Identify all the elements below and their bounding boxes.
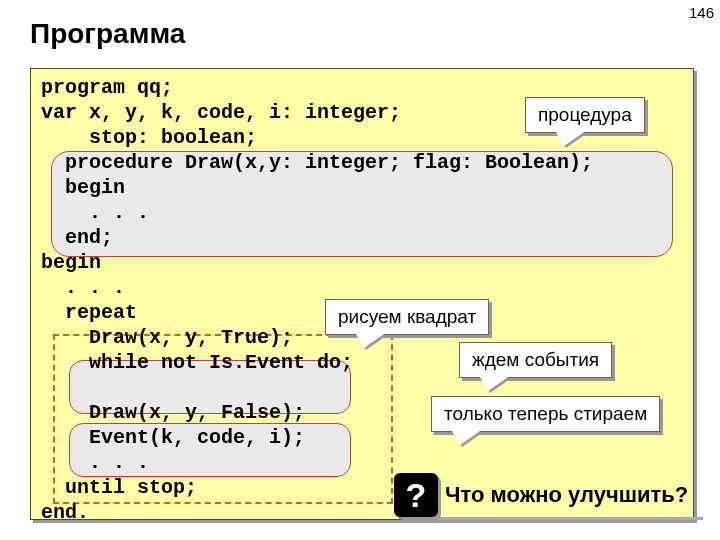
code-block: program qq; var x, y, k, code, i: intege… bbox=[31, 69, 693, 525]
callout-procedure: процедура bbox=[525, 97, 645, 133]
callout-draw-square: рисуем квадрат bbox=[325, 299, 489, 335]
callout-wait-event: ждем события bbox=[459, 342, 612, 378]
page-number: 146 bbox=[689, 4, 714, 21]
question-text: Что можно улучшить? bbox=[445, 482, 705, 508]
code-panel: program qq; var x, y, k, code, i: intege… bbox=[30, 68, 694, 520]
question-mark-icon: ? bbox=[394, 473, 438, 517]
callout-erase: только теперь стираем bbox=[431, 396, 660, 432]
question-underline bbox=[423, 517, 703, 520]
page-title: Программа bbox=[0, 0, 720, 64]
